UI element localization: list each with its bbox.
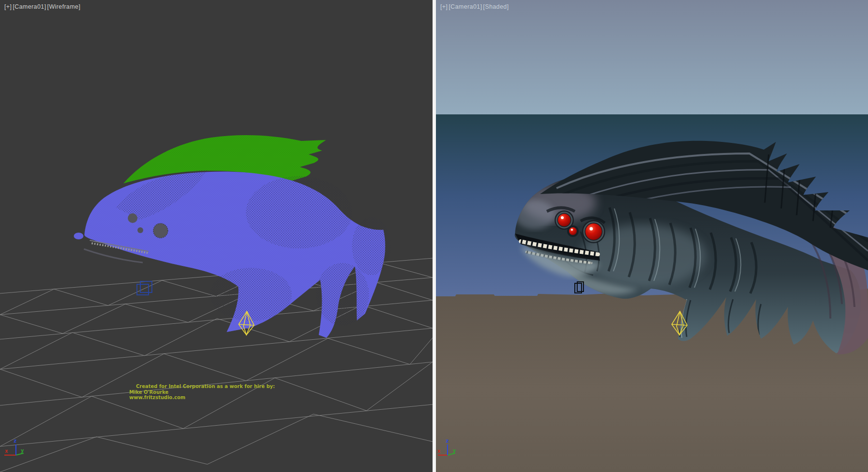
- axis-tripod-left: x y z: [4, 438, 24, 455]
- annotation-line: Created for Intel Corporation as a work …: [129, 384, 275, 389]
- camera-label[interactable]: [Camera01]: [448, 3, 482, 10]
- axis-x-label: x: [437, 448, 441, 454]
- annotation-line: www.fritzstudio.com: [129, 395, 275, 401]
- viewport-menu-button[interactable]: [+]: [440, 3, 448, 10]
- shading-label[interactable]: [Shaded]: [483, 3, 509, 10]
- axis-z-label: z: [446, 438, 449, 444]
- axis-y-label: y: [21, 447, 24, 454]
- viewport-area: x y z [+][Camera01][Wireframe] Created f…: [0, 0, 868, 472]
- viewport-menu-button[interactable]: [+]: [4, 3, 12, 10]
- axis-x-label: x: [5, 448, 8, 454]
- viewport-wireframe[interactable]: x y z [+][Camera01][Wireframe] Created f…: [0, 0, 433, 472]
- viewport-shaded[interactable]: x y z [+][Camera01][Shaded] Created for …: [436, 0, 868, 472]
- wireframe-scene: x y z: [0, 0, 433, 472]
- viewport-label-left: [+][Camera01][Wireframe]: [4, 3, 81, 10]
- sky: [436, 0, 868, 114]
- annotation-line: Mike O'Rourke: [129, 389, 275, 395]
- axis-y-label: y: [453, 447, 456, 454]
- shaded-scene: x y z: [436, 0, 868, 472]
- viewport-label-right: [+][Camera01][Shaded]: [440, 3, 510, 10]
- camera-label[interactable]: [Camera01]: [13, 3, 46, 10]
- viewport-splitter[interactable]: [433, 0, 436, 472]
- fish-model-wireframe[interactable]: [74, 135, 391, 338]
- box-gizmo-wireframe[interactable]: [137, 281, 152, 295]
- scene-annotation-left: Created for Intel Corporation as a work …: [129, 384, 275, 401]
- shading-label[interactable]: [Wireframe]: [47, 3, 81, 10]
- axis-z-label: z: [14, 438, 17, 444]
